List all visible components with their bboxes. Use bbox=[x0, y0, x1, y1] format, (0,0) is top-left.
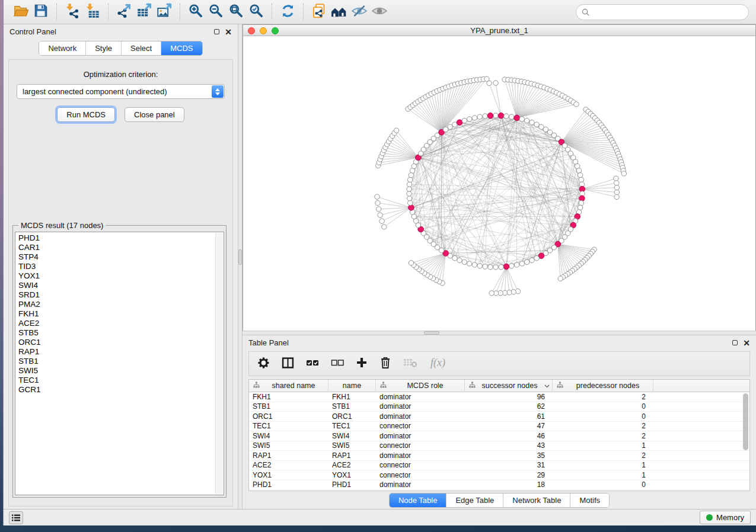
result-list-item[interactable]: GCR1 bbox=[18, 385, 224, 395]
cell-shared-name[interactable]: FKH1 bbox=[249, 392, 328, 402]
open-session-button[interactable] bbox=[11, 2, 31, 21]
cell-MCDS-role[interactable]: connector bbox=[376, 470, 465, 480]
cell-predecessor-nodes[interactable]: 1 bbox=[553, 441, 653, 451]
table-row[interactable]: ACE2ACE2connector311 bbox=[249, 461, 749, 471]
result-list-item[interactable]: TEC1 bbox=[18, 376, 224, 385]
import-table-file-button[interactable] bbox=[82, 2, 103, 21]
cell-predecessor-nodes[interactable]: 2 bbox=[553, 431, 653, 441]
search-input[interactable] bbox=[593, 8, 743, 17]
cell-successor-nodes[interactable]: 62 bbox=[465, 402, 553, 412]
search-box[interactable] bbox=[576, 4, 749, 20]
export-table-button[interactable] bbox=[134, 2, 154, 21]
result-list-item[interactable]: SWI4 bbox=[18, 281, 224, 290]
cell-name[interactable]: ORC1 bbox=[328, 412, 376, 421]
table-row[interactable]: STB1STB1dominator620 bbox=[249, 402, 749, 412]
table-scrollbar[interactable] bbox=[742, 393, 749, 489]
cell-shared-name[interactable]: SWI4 bbox=[249, 431, 328, 441]
cell-predecessor-nodes[interactable]: 1 bbox=[553, 470, 653, 480]
close-panel-button[interactable]: Close panel bbox=[125, 107, 184, 122]
cell-shared-name[interactable]: TEC1 bbox=[249, 422, 328, 431]
window-minimize-icon[interactable] bbox=[260, 27, 267, 34]
cell-name[interactable]: SWI5 bbox=[328, 441, 376, 451]
cell-shared-name[interactable]: RAP1 bbox=[249, 451, 328, 460]
delete-column-button[interactable] bbox=[379, 356, 391, 371]
save-session-button[interactable] bbox=[31, 2, 51, 21]
column-header-MCDS-role[interactable]: MCDS role bbox=[376, 380, 465, 392]
cell-shared-name[interactable]: SWI5 bbox=[249, 441, 328, 451]
cell-predecessor-nodes[interactable]: 0 bbox=[553, 480, 653, 490]
cell-predecessor-nodes[interactable]: 1 bbox=[553, 461, 653, 470]
mcds-result-list[interactable]: PHD1CAR1STP4TID3YOX1SWI4SRD1PMA2FKH1ACE2… bbox=[15, 232, 224, 495]
result-list-item[interactable]: ORC1 bbox=[18, 338, 224, 347]
horizontal-splitter[interactable] bbox=[243, 331, 756, 335]
cell-shared-name[interactable]: ACE2 bbox=[249, 461, 328, 470]
export-network-button[interactable] bbox=[114, 2, 134, 21]
result-list-item[interactable]: CAR1 bbox=[18, 243, 224, 252]
table-row[interactable]: FKH1FKH1dominator962 bbox=[249, 392, 749, 402]
cell-shared-name[interactable]: YOX1 bbox=[249, 470, 328, 480]
vertical-splitter[interactable] bbox=[238, 24, 243, 509]
result-list-item[interactable]: ACE2 bbox=[18, 319, 224, 328]
result-list-item[interactable]: SWI5 bbox=[18, 366, 224, 376]
hide-selected-button[interactable] bbox=[349, 2, 369, 21]
import-network-file-button[interactable] bbox=[62, 2, 82, 21]
cell-name[interactable]: ACE2 bbox=[328, 461, 376, 470]
table-row[interactable]: RAP1RAP1dominator352 bbox=[249, 451, 749, 461]
cell-predecessor-nodes[interactable]: 2 bbox=[553, 392, 653, 402]
cell-shared-name[interactable]: STB1 bbox=[249, 402, 328, 412]
cell-name[interactable]: YOX1 bbox=[328, 470, 376, 480]
network-window-titlebar[interactable]: YPA_prune.txt_1 bbox=[243, 25, 755, 36]
cell-name[interactable]: RAP1 bbox=[328, 451, 376, 460]
show-columns-button[interactable] bbox=[282, 357, 294, 371]
cell-successor-nodes[interactable]: 43 bbox=[465, 441, 553, 451]
cell-MCDS-role[interactable]: connector bbox=[376, 461, 465, 470]
zoom-selected-button[interactable] bbox=[246, 2, 266, 21]
cell-predecessor-nodes[interactable]: 2 bbox=[553, 422, 653, 431]
table-row[interactable]: ORC1ORC1dominator610 bbox=[249, 412, 749, 422]
float-table-panel-icon[interactable] bbox=[732, 340, 738, 345]
tab-network[interactable]: Network bbox=[39, 41, 86, 55]
clear-selection-button[interactable] bbox=[331, 358, 344, 370]
result-list-scrollbar[interactable] bbox=[215, 233, 223, 494]
cell-name[interactable]: PHD1 bbox=[328, 480, 376, 490]
window-maximize-icon[interactable] bbox=[272, 27, 279, 34]
show-all-button[interactable] bbox=[369, 2, 390, 21]
table-row[interactable]: TEC1TEC1connector472 bbox=[249, 422, 749, 432]
cell-successor-nodes[interactable]: 18 bbox=[465, 480, 553, 490]
horizontal-splitter-grip[interactable] bbox=[424, 331, 439, 335]
close-table-panel-icon[interactable]: ✕ bbox=[743, 340, 750, 346]
add-column-button[interactable] bbox=[356, 357, 368, 371]
cell-MCDS-role[interactable]: dominator bbox=[376, 392, 465, 402]
cell-MCDS-role[interactable]: connector bbox=[376, 441, 465, 451]
tab-edge-table[interactable]: Edge Table bbox=[446, 493, 503, 507]
result-list-item[interactable]: YOX1 bbox=[18, 271, 224, 281]
window-close-icon[interactable] bbox=[248, 27, 255, 34]
criterion-dropdown[interactable]: largest connected component (undirected) bbox=[17, 84, 225, 99]
cell-successor-nodes[interactable]: 61 bbox=[465, 412, 553, 421]
cell-predecessor-nodes[interactable]: 0 bbox=[553, 412, 653, 421]
cell-name[interactable]: STB1 bbox=[328, 402, 376, 412]
result-list-item[interactable]: STB1 bbox=[18, 357, 224, 366]
cell-shared-name[interactable]: ORC1 bbox=[249, 412, 328, 421]
cell-predecessor-nodes[interactable]: 2 bbox=[553, 451, 653, 460]
tab-node-table[interactable]: Node Table bbox=[390, 493, 447, 507]
result-list-item[interactable]: PHD1 bbox=[18, 233, 224, 243]
export-image-button[interactable] bbox=[154, 2, 174, 21]
zoom-fit-button[interactable] bbox=[226, 2, 246, 21]
column-header-shared-name[interactable]: shared name bbox=[249, 380, 328, 392]
select-all-rows-button[interactable] bbox=[306, 358, 319, 370]
result-list-item[interactable]: PMA2 bbox=[18, 300, 224, 309]
tab-style[interactable]: Style bbox=[86, 41, 122, 55]
network-canvas[interactable] bbox=[243, 36, 755, 331]
table-scrollbar-thumb[interactable] bbox=[743, 393, 748, 450]
cell-successor-nodes[interactable]: 31 bbox=[465, 461, 553, 470]
column-header-successor-nodes[interactable]: successor nodes bbox=[465, 380, 553, 392]
cell-name[interactable]: FKH1 bbox=[328, 392, 376, 402]
run-mcds-button[interactable]: Run MCDS bbox=[57, 107, 115, 122]
cell-MCDS-role[interactable]: dominator bbox=[376, 402, 465, 412]
float-panel-icon[interactable] bbox=[214, 29, 219, 34]
apply-preferred-layout-button[interactable] bbox=[277, 2, 298, 21]
cell-successor-nodes[interactable]: 29 bbox=[465, 470, 553, 480]
result-list-item[interactable]: STB5 bbox=[18, 328, 224, 338]
zoom-in-button[interactable] bbox=[186, 2, 206, 21]
